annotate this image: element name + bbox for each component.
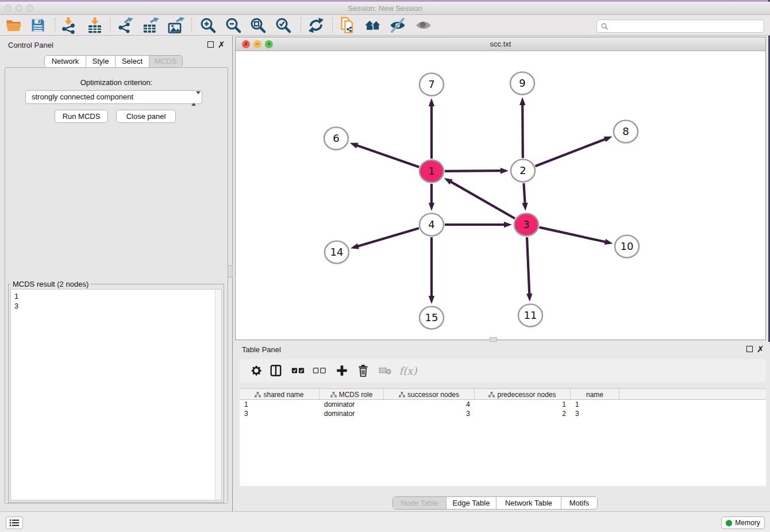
graph-node-label-8: 8 (622, 125, 629, 137)
tab-network-table[interactable]: Network Table (496, 497, 561, 509)
table-close-icon[interactable]: ✗ (757, 346, 764, 352)
tab-select[interactable]: Select (116, 56, 149, 67)
edge-2-9[interactable] (522, 103, 523, 158)
node-table[interactable]: shared nameMCDS rolesuccessor nodesprede… (240, 388, 766, 486)
table-cell[interactable]: 3 (384, 409, 475, 418)
horizontal-splitter-handle[interactable] (490, 337, 497, 342)
table-cell[interactable]: dominator (319, 409, 384, 418)
table-float-icon[interactable] (746, 346, 753, 352)
export-network-icon[interactable] (116, 17, 135, 34)
edge-4-14[interactable] (357, 228, 419, 246)
deselect-all-rows-icon[interactable] (311, 362, 328, 379)
optimization-criterion-label: Optimization criterion: (0, 78, 233, 87)
main-toolbar (0, 15, 770, 36)
function-builder-icon: f(x) (399, 362, 417, 379)
edge-arrowhead (519, 97, 525, 105)
memory-button[interactable]: Memory (721, 516, 765, 529)
edge-arrowhead (522, 203, 528, 211)
hide-selected-icon[interactable] (388, 17, 407, 34)
network-window-titlebar[interactable]: ✗ − + scc.txt (236, 37, 765, 51)
list-icon (9, 519, 20, 527)
search-box (596, 20, 764, 33)
table-cell[interactable]: 2 (475, 409, 571, 418)
close-button[interactable] (5, 5, 11, 11)
first-neighbors-icon[interactable] (363, 17, 383, 34)
column-preferences-icon[interactable] (267, 362, 284, 379)
tab-edge-table[interactable]: Edge Table (446, 497, 496, 509)
table-row[interactable]: 1dominator411 (240, 400, 766, 409)
vertical-splitter-handle[interactable] (228, 265, 233, 277)
search-input[interactable] (609, 21, 764, 32)
tab-node-table[interactable]: Node Table (393, 497, 446, 509)
zoom-out-icon[interactable] (224, 17, 243, 34)
close-panel-icon[interactable]: ✗ (218, 41, 225, 48)
show-all-icon[interactable] (414, 17, 433, 34)
table-cell[interactable]: 4 (384, 400, 475, 409)
import-network-icon[interactable] (59, 17, 78, 34)
network-canvas[interactable]: 7968124314101511 (236, 51, 765, 340)
toolbar-separator (110, 18, 110, 33)
export-table-icon[interactable] (141, 17, 160, 34)
table-cell[interactable]: 1 (240, 400, 319, 409)
copy-style-icon[interactable] (338, 17, 357, 34)
column-header-predecessor-nodes[interactable]: predecessor nodes (475, 389, 571, 400)
edge-2-3[interactable] (523, 183, 525, 205)
tab-motifs[interactable]: Motifs (561, 497, 597, 509)
add-column-icon[interactable] (333, 362, 351, 379)
column-header-successor-nodes[interactable]: successor nodes (384, 389, 475, 400)
import-table-icon[interactable] (85, 17, 105, 34)
network-maximize-button[interactable]: + (265, 40, 273, 48)
zoom-fit-icon[interactable] (248, 17, 268, 34)
edge-arrowhead (504, 222, 512, 228)
table-cell[interactable]: 1 (571, 400, 619, 409)
column-header-label: name (586, 391, 603, 399)
maximize-button[interactable] (26, 5, 33, 11)
edge-arrowhead (429, 203, 434, 211)
table-panel-title: Table Panel (242, 345, 281, 354)
optimization-criterion-select[interactable]: strongly connected component (25, 90, 202, 104)
delete-column-icon[interactable] (355, 362, 372, 379)
edge-3-11[interactable] (527, 237, 529, 295)
table-row[interactable]: 3dominator323 (240, 409, 766, 418)
minimize-button[interactable] (16, 5, 22, 11)
refresh-view-icon[interactable] (306, 17, 326, 34)
edge-3-1[interactable] (449, 181, 515, 218)
column-header-MCDS-role[interactable]: MCDS role (319, 389, 384, 400)
table-cell[interactable]: 3 (240, 409, 319, 418)
edge-3-10[interactable] (539, 228, 606, 242)
tab-style[interactable]: Style (86, 56, 116, 67)
edge-1-2[interactable] (445, 171, 502, 171)
open-session-icon[interactable] (4, 17, 24, 34)
task-history-button[interactable] (6, 516, 23, 529)
graph-node-label-1: 1 (428, 165, 434, 177)
table-settings-gear-icon[interactable] (248, 362, 265, 379)
column-header-name[interactable]: name (571, 389, 619, 400)
table-cell[interactable]: 1 (475, 400, 571, 409)
mcds-result-title: MCDS result (2 nodes) (11, 280, 90, 288)
network-close-button[interactable]: ✗ (242, 40, 250, 48)
edge-1-6[interactable] (356, 145, 419, 167)
optimization-criterion-value: strongly connected component (32, 92, 133, 101)
tab-mcds[interactable]: MCDS (149, 56, 182, 67)
edge-2-8[interactable] (536, 138, 607, 166)
float-panel-icon[interactable] (207, 41, 214, 48)
graph-node-label-2: 2 (519, 164, 526, 176)
zoom-selected-icon[interactable] (274, 17, 293, 34)
run-mcds-button[interactable]: Run MCDS (55, 110, 108, 123)
table-cell[interactable]: 3 (571, 409, 619, 418)
column-header-shared-name[interactable]: shared name (240, 389, 319, 400)
close-panel-button[interactable]: Close panel (116, 110, 176, 123)
select-all-rows-icon[interactable] (290, 362, 307, 379)
toolbar-separator (55, 18, 55, 33)
network-minimize-button[interactable]: − (253, 40, 261, 48)
zoom-in-icon[interactable] (198, 17, 218, 34)
result-scrollbar[interactable] (215, 290, 221, 500)
export-image-icon[interactable] (166, 17, 186, 34)
save-session-icon[interactable] (28, 17, 48, 34)
graph-node-label-6: 6 (333, 132, 339, 144)
mcds-result-area[interactable]: 1 3 (10, 289, 222, 500)
tab-network[interactable]: Network (45, 56, 86, 67)
column-type-icon (255, 392, 261, 398)
mcds-result-fieldset: MCDS result (2 nodes) 1 3 (8, 284, 224, 503)
table-cell[interactable]: dominator (319, 400, 384, 409)
